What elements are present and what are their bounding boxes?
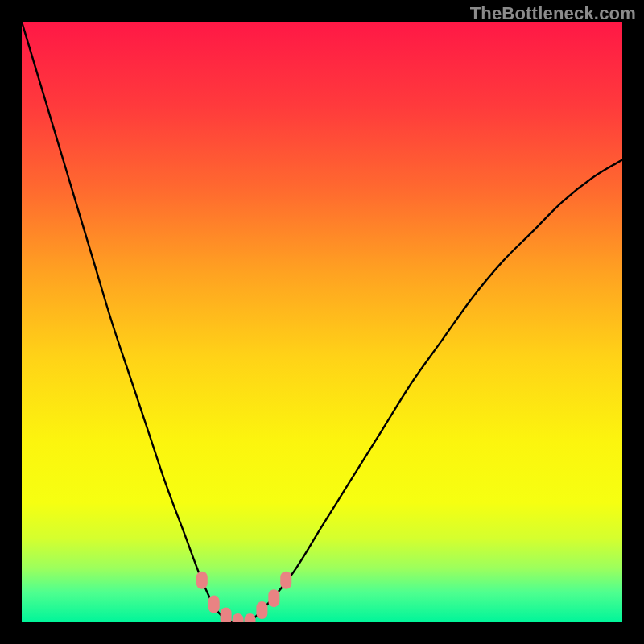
curve-marker <box>280 572 291 589</box>
curve-marker <box>221 608 232 622</box>
bottleneck-curve <box>22 22 622 622</box>
curve-marker <box>196 572 208 589</box>
curve-marker <box>268 589 279 607</box>
curve-marker <box>208 596 220 613</box>
curve-marker <box>244 613 255 622</box>
watermark-text: TheBottleneck.com <box>470 3 636 24</box>
curve-marker <box>256 601 267 619</box>
curve-marker <box>233 613 244 622</box>
chart-frame <box>22 22 622 622</box>
